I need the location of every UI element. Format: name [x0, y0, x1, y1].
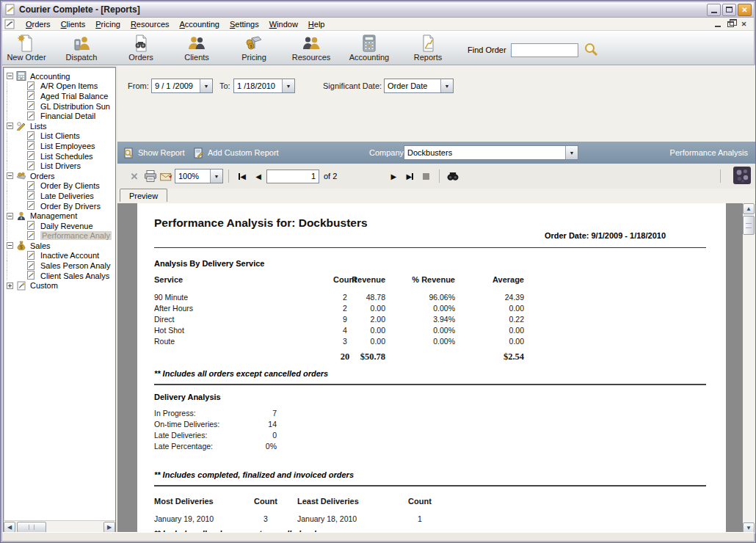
scroll-up-button[interactable]: ▲	[743, 203, 755, 214]
metric-value: 14	[233, 420, 277, 429]
collapse-icon[interactable]	[7, 172, 13, 179]
maximize-button[interactable]	[722, 4, 736, 16]
tree-group-management[interactable]: Management	[7, 211, 115, 221]
tree-item-list-clients[interactable]: List Clients	[7, 131, 115, 142]
toolbar-button-pricing[interactable]: $Pricing	[225, 32, 283, 65]
tree-item-client-sales-analys[interactable]: Client Sales Analys	[7, 271, 115, 281]
toolbar-button-orders[interactable]: Orders	[114, 32, 168, 65]
scroll-right-button[interactable]: ▶	[103, 522, 115, 533]
tree-item-label: List Employees	[40, 142, 95, 150]
tree-connector	[7, 191, 17, 201]
menu-window[interactable]: Window	[264, 18, 303, 30]
from-date-combobox[interactable]: 9 / 1 /2009 ▼	[151, 79, 213, 93]
last-page-icon[interactable]: ▶	[401, 168, 418, 184]
tree-item-gl-distribution-sun[interactable]: GL Distribution Sun	[7, 101, 115, 112]
tree-group-accounting[interactable]: Accounting	[7, 71, 115, 81]
tree-item-label: Order By Drivers	[40, 202, 101, 211]
toolbar-button-dispatch[interactable]: Dispatch	[49, 32, 114, 65]
stop-icon[interactable]	[418, 168, 434, 184]
report-item-icon	[26, 191, 37, 200]
tree-item-aged-trial-balance[interactable]: Aged Trial Balance	[7, 91, 115, 101]
expand-icon[interactable]	[7, 283, 13, 289]
significant-date-combobox[interactable]: Order Date ▼	[384, 79, 454, 93]
cell: $50.78	[327, 351, 385, 362]
scroll-thumb[interactable]	[743, 216, 755, 235]
tree-connector	[7, 251, 17, 261]
chevron-down-icon[interactable]: ▼	[440, 79, 453, 92]
search-icon[interactable]	[583, 41, 599, 59]
menu-accounting[interactable]: Accounting	[175, 18, 225, 30]
toolbar-button-accounting[interactable]: Accounting	[340, 32, 399, 65]
export-icon[interactable]	[159, 168, 175, 184]
tree-group-orders[interactable]: Orders	[7, 171, 115, 181]
tree-item-list-schedules[interactable]: List Schedules	[7, 151, 115, 161]
menu-resources[interactable]: Resources	[126, 18, 175, 30]
close-preview-icon[interactable]: ✕	[126, 168, 142, 184]
next-page-icon[interactable]: ▶	[385, 168, 401, 184]
find-order-input[interactable]	[511, 43, 578, 57]
collapse-icon[interactable]	[7, 73, 13, 79]
collapse-icon[interactable]	[7, 123, 13, 129]
toolbar-button-new-order[interactable]: New Order	[4, 32, 49, 65]
collapse-icon[interactable]	[7, 213, 13, 219]
page-number-input[interactable]	[266, 170, 319, 183]
scroll-thumb[interactable]	[17, 522, 46, 533]
tree-group-custom[interactable]: Custom	[7, 280, 115, 291]
scroll-left-button[interactable]: ◀	[4, 522, 15, 533]
report-title: Performance Analysis for: Dockbusters	[154, 216, 368, 230]
chevron-down-icon[interactable]: ▼	[565, 146, 578, 159]
company-label: Company:	[369, 142, 406, 164]
cell: Hot Shot	[154, 326, 184, 335]
app-icon	[4, 4, 16, 15]
mdi-minimize-button[interactable]	[712, 19, 723, 29]
menu-clients[interactable]: Clients	[56, 18, 91, 30]
collapse-icon[interactable]	[7, 242, 13, 249]
tree-item-list-employees[interactable]: List Employees	[7, 141, 115, 151]
tree-item-list-drivers[interactable]: List Drivers	[7, 161, 115, 171]
report-preview-area: Performance Analysis for: Dockbusters Or…	[117, 203, 755, 533]
cell: 0.00	[327, 337, 385, 346]
previous-page-icon[interactable]: ◀	[250, 168, 266, 184]
find-in-report-icon[interactable]	[445, 168, 461, 184]
tree-item-order-by-drivers[interactable]: Order By Drivers	[7, 201, 115, 211]
menu-settings[interactable]: Settings	[225, 18, 264, 30]
tree-horizontal-scrollbar[interactable]: ◀ ▶	[4, 520, 115, 533]
tree-item-performance-analy[interactable]: Performance Analy	[7, 231, 115, 241]
menu-pricing[interactable]: Pricing	[90, 18, 126, 30]
zoom-combobox[interactable]: 100% ▼	[175, 169, 223, 183]
cell: 0.00	[327, 326, 385, 335]
add-custom-report-button[interactable]: Add Custom Report	[193, 142, 279, 164]
tree-group-label: Custom	[30, 281, 58, 290]
close-button[interactable]: ✕	[738, 4, 752, 16]
tree-item-inactive-account[interactable]: Inactive Account	[7, 251, 115, 261]
chevron-down-icon[interactable]: ▼	[210, 170, 222, 183]
tree-item-sales-person-analy[interactable]: Sales Person Analy	[7, 260, 115, 271]
tree-item-financial-detail[interactable]: Financial Detail	[7, 111, 115, 121]
report-vertical-scrollbar[interactable]: ▲ ▼	[743, 203, 755, 533]
report-item-icon	[26, 81, 37, 91]
tab-preview[interactable]: Preview	[120, 189, 167, 202]
minimize-button[interactable]	[707, 4, 721, 16]
toolbar-button-clients[interactable]: Clients	[168, 32, 225, 65]
tree-item-a-r-open-items[interactable]: A/R Open Items	[7, 81, 115, 92]
tree-group-sales[interactable]: $Sales	[7, 241, 115, 251]
chevron-down-icon[interactable]: ▼	[200, 79, 212, 92]
tree-item-order-by-clients[interactable]: Order By Clients	[7, 181, 115, 192]
show-report-button[interactable]: Show Report	[123, 142, 185, 164]
print-icon[interactable]	[142, 168, 159, 184]
toolbar-button-reports[interactable]: Reports	[399, 32, 457, 65]
service-footnote: ** Includes all orders except cancelled …	[154, 369, 328, 378]
menu-help[interactable]: Help	[303, 18, 330, 30]
chevron-down-icon[interactable]: ▼	[282, 79, 294, 92]
tree-item-daily-revenue[interactable]: Daily Revenue	[7, 221, 115, 231]
company-combobox[interactable]: Dockbusters ▼	[404, 145, 578, 160]
toolbar-button-resources[interactable]: Resources	[283, 32, 340, 65]
menu-orders[interactable]: Orders	[21, 18, 56, 30]
mdi-close-button[interactable]: ✕	[738, 19, 749, 29]
tree-group-lists[interactable]: Lists	[7, 121, 115, 131]
tree-item-late-deliveries[interactable]: Late Deliveries	[7, 191, 115, 201]
mdi-restore-button[interactable]	[725, 19, 736, 29]
to-date-combobox[interactable]: 1 /18/2010 ▼	[233, 79, 295, 93]
metric-value: 7	[233, 409, 277, 418]
first-page-icon[interactable]: ◀	[234, 168, 250, 184]
